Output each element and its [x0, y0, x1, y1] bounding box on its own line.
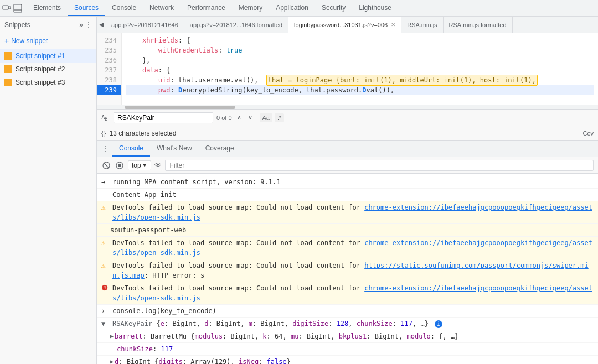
line-236: 236: [97, 55, 121, 65]
dock-icon[interactable]: [13, 4, 22, 13]
console-line-5: ⚠ DevTools failed to load source map: Co…: [97, 259, 598, 282]
line-238: 238: [97, 75, 121, 85]
new-snippet-button[interactable]: + New snippet: [0, 33, 96, 49]
link-6[interactable]: chrome-extension://ibefaeehajgcpooopoegk…: [112, 284, 592, 302]
filter-input[interactable]: [165, 160, 594, 171]
panel-settings-icon[interactable]: ⋮: [99, 145, 112, 153]
code-line-234: xhrFields: {: [126, 35, 594, 45]
eye-icon[interactable]: 👁: [154, 161, 162, 169]
tab-network[interactable]: Network: [143, 0, 181, 16]
code-line-238: uid: that.username.val(), that = loginPa…: [126, 75, 594, 85]
sidebar-item-snippet1[interactable]: Script snippet #1: [0, 49, 96, 63]
sidebar-header-icons: » ⋮: [79, 21, 92, 29]
console-line-userinput: › console.log(key_to_encode): [97, 305, 598, 318]
dropdown-arrow: ▼: [142, 163, 147, 168]
horizontal-scrollbar[interactable]: [97, 105, 598, 110]
tab-console[interactable]: Console: [105, 0, 143, 16]
search-format-icon[interactable]: A B: [101, 113, 110, 122]
main-layout: Snippets » ⋮ + New snippet Script snippe…: [0, 17, 598, 364]
stop-btn[interactable]: [115, 160, 125, 170]
search-input-wrapper[interactable]: [114, 112, 213, 123]
tab-memory[interactable]: Memory: [232, 0, 269, 16]
snippet-label-2: Script snippet #2: [16, 65, 65, 73]
tab-coverage[interactable]: Coverage: [199, 141, 241, 157]
match-case-btn[interactable]: Aa: [260, 113, 272, 122]
regex-btn[interactable]: .*: [275, 113, 284, 122]
tab-security[interactable]: Security: [315, 0, 352, 16]
console-line-d: ▶ d: BigInt {digits: Array(129), isNeg: …: [97, 356, 598, 364]
kebab-icon[interactable]: ⋮: [85, 21, 92, 29]
file-tab-0[interactable]: app.js?v=201812141646: [106, 17, 184, 33]
file-tab-label-3: RSA.min.js: [407, 22, 437, 28]
line-237: 237: [97, 65, 121, 75]
more-icon[interactable]: »: [79, 21, 83, 29]
tab-application[interactable]: Application: [269, 0, 315, 16]
line-239: 239: [97, 85, 121, 95]
console-output: → running MPA content script, version: 9…: [97, 174, 598, 364]
code-line-239: pwd: DencryptedString(key_to_encode, tha…: [126, 85, 594, 95]
warn-icon-5: ⚠: [101, 261, 110, 271]
console-line-4: ⚠ DevTools failed to load source map: Co…: [97, 237, 598, 259]
console-text-2: DevTools failed to load source map: Coul…: [112, 202, 594, 222]
file-tab-2[interactable]: loginbypassword...31031.js?v=006 ✕: [288, 17, 401, 33]
tab-lighthouse[interactable]: Lighthouse: [352, 0, 398, 16]
tab-elements[interactable]: Elements: [27, 0, 68, 16]
bottom-panel: ⋮ Console What's New Coverage: [97, 141, 598, 364]
coverage-label: Cov: [582, 130, 594, 137]
warn-icon-2: ⚠: [101, 202, 110, 212]
sidebar-item-snippet3[interactable]: Script snippet #3: [0, 76, 96, 89]
code-editor[interactable]: 234 235 236 237 238 239 xhrFields: { wit…: [97, 33, 598, 105]
console-chunksize-text: chunkSize: 117: [117, 344, 594, 354]
selection-text: 13 characters selected: [110, 129, 177, 137]
snippet-label-3: Script snippet #3: [16, 79, 65, 86]
expand-arrow-obj[interactable]: ▼: [101, 319, 110, 329]
plus-icon: +: [4, 37, 9, 45]
file-tab-label-2: loginbypassword...31031.js?v=006: [294, 22, 388, 28]
expand-d[interactable]: ▶: [110, 357, 114, 364]
tab-sources[interactable]: Sources: [68, 0, 105, 16]
nav-tabs: Elements Sources Console Network Perform…: [27, 0, 398, 16]
line-234: 234: [97, 35, 121, 45]
console-barrett-text: barrett: BarrettMu {modulus: BigInt, k: …: [115, 331, 594, 341]
file-tab-1[interactable]: app.js?v=201812...1646:formatted: [184, 17, 288, 33]
clear-console-btn[interactable]: [101, 160, 111, 170]
file-tab-3[interactable]: RSA.min.js: [401, 17, 443, 33]
code-content[interactable]: xhrFields: { withCredentials: true }, da…: [122, 33, 598, 105]
svg-rect-9: [118, 164, 121, 167]
tab-console-bottom[interactable]: Console: [112, 141, 150, 157]
file-tab-close-2[interactable]: ✕: [391, 22, 395, 28]
tab-performance[interactable]: Performance: [181, 0, 232, 16]
error3-icon: ❸: [101, 283, 110, 293]
tab-whats-new[interactable]: What's New: [150, 141, 199, 157]
tooltip-highlight: that = loginPage {burl: init(1), middleU…: [266, 75, 538, 86]
expand-barrett[interactable]: ▶: [110, 331, 114, 341]
svg-rect-1: [8, 7, 11, 9]
file-tab-back[interactable]: ◀: [97, 17, 106, 33]
sidebar-header: Snippets » ⋮: [0, 17, 96, 33]
console-line-obj: ▼ RSAKeyPair {e: BigInt, d: BigInt, m: B…: [97, 318, 598, 330]
console-line-barrett: ▶ barrett: BarrettMu {modulus: BigInt, k…: [97, 330, 598, 343]
link-4[interactable]: chrome-extension://ibefaeehajgcpooopoegk…: [112, 239, 592, 257]
info-icon: i: [435, 320, 442, 328]
top-nav: Elements Sources Console Network Perform…: [0, 0, 598, 17]
search-bar: A B 0 of 0 ∧ ∨ Aa .*: [97, 110, 598, 126]
prompt-icon: ›: [101, 306, 110, 316]
context-dropdown[interactable]: top ▼: [128, 160, 151, 170]
device-icon[interactable]: [2, 4, 11, 13]
console-text-0: running MPA content script, version: 9.1…: [112, 177, 594, 187]
file-tab-label-4: RSA.min.js:formatted: [449, 22, 507, 28]
console-text-5: DevTools failed to load source map: Coul…: [112, 261, 594, 280]
file-tab-4[interactable]: RSA.min.js:formatted: [444, 17, 513, 33]
sidebar-item-snippet2[interactable]: Script snippet #2: [0, 63, 96, 76]
link-2[interactable]: chrome-extension://ibefaeehajgcpooopoegk…: [112, 204, 592, 221]
console-text-6: DevTools failed to load source map: Coul…: [112, 283, 594, 303]
svg-text:B: B: [105, 116, 107, 121]
content-area: ◀ app.js?v=201812141646 app.js?v=201812.…: [97, 17, 598, 364]
search-next-btn[interactable]: ∨: [246, 113, 254, 122]
console-d-text: d: BigInt {digits: Array(129), isNeg: fa…: [115, 357, 594, 364]
link-5[interactable]: https://static.soufunimg.com/passport/co…: [112, 262, 589, 279]
scrollbar-thumb[interactable]: [125, 106, 235, 109]
search-input[interactable]: [117, 114, 209, 122]
search-prev-btn[interactable]: ∧: [235, 113, 243, 122]
code-line-235: withCredentials: true: [126, 45, 594, 55]
